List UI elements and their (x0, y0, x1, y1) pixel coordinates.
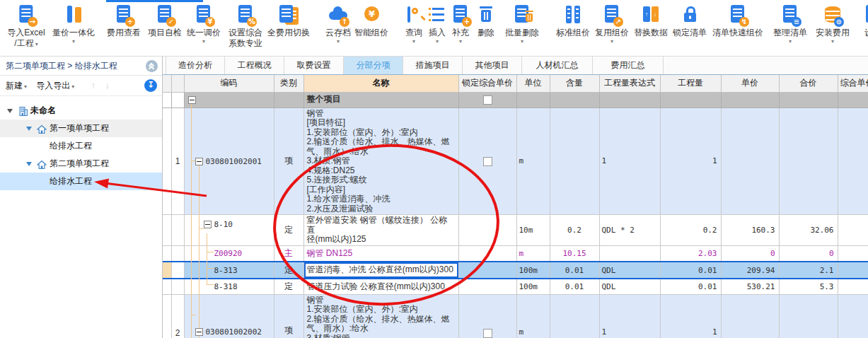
header-name[interactable]: 名称 (303, 75, 458, 92)
header-code[interactable]: 编码 (184, 75, 274, 92)
toolbar-item-import-excel[interactable]: → 导入Excel /工程▾ (7, 4, 45, 49)
table-row-8-10[interactable]: 8-10 定 室外管道安装 钢管（螺纹连接） 公称直 径(mm以内)125 10… (163, 215, 868, 246)
dropdown-caret: ▾ (505, 38, 539, 45)
header-combined-price[interactable]: 综合单价 (838, 75, 868, 92)
expand-download-button[interactable]: ↧ (144, 79, 157, 92)
row-indicator[interactable] (163, 279, 171, 294)
insert-icon (426, 4, 449, 25)
dropdown-caret: ▾ (325, 38, 351, 45)
row-indicator[interactable] (163, 92, 171, 107)
table-row-whole-project[interactable]: 整个项目 (163, 92, 868, 107)
tree-item-plumbing-2-selected[interactable]: 给排水工程 (0, 173, 162, 190)
move-down-button[interactable]: ↓ (105, 80, 110, 91)
toolbar-item-unified-price-adjust[interactable]: ¥ 统一调价 ▾ (187, 4, 221, 45)
header-content[interactable]: 含量 (550, 75, 599, 92)
header-expression[interactable]: 工程量表达式 (599, 75, 660, 92)
lock-checkbox[interactable] (483, 95, 492, 105)
toolbar-item-full-fee-switch[interactable]: 全费用切换 (267, 4, 310, 38)
toolbar-item-fee-view[interactable]: ÷ 费用查看 (107, 4, 141, 38)
tab-cost-analysis[interactable]: 造价分析 (166, 57, 225, 74)
toolbar-item-clipped[interactable]: 设置 (862, 4, 868, 38)
header-unit[interactable]: 单位 (516, 75, 550, 92)
expand-arrow-icon[interactable] (7, 109, 13, 113)
header-indicator (163, 75, 171, 92)
expand-arrow-icon[interactable] (26, 162, 32, 166)
full-fee-switch-icon (277, 4, 300, 25)
row-indicator[interactable] (163, 294, 171, 338)
table-row-z00920[interactable]: Z00920 主 钢管 DN125 m 10.15 2.03 0 0 (163, 245, 868, 262)
table-row-item-2[interactable]: 2 030801002002 项 钢管 1.安装部位（室内、外）:室内 2.输送… (163, 294, 868, 338)
toolbar-item-query[interactable]: 查询 ▾ (403, 4, 425, 45)
breadcrumb: 第二项单项工程 > 给排水工程 (0, 57, 162, 76)
toolbar-item-set-composite-coefficient[interactable]: % 设置综合 系数专业 (228, 4, 262, 49)
set-composite-coefficient-icon: % (234, 4, 257, 25)
project-sidebar: 第二项单项工程 > 给排水工程 新建▾ 导入导出▾ ↑ ↓ ↧ 未命名 (0, 57, 163, 338)
tree-item-plumbing-1[interactable]: 给排水工程 (0, 137, 162, 155)
collapse-box[interactable] (204, 221, 212, 228)
row-indicator[interactable] (163, 245, 171, 262)
supplement-icon: + (449, 4, 472, 25)
lock-checkbox[interactable] (483, 329, 492, 338)
sidebar-action-bar: 新建▾ 导入导出▾ ↑ ↓ ↧ (0, 76, 162, 96)
dropdown-caret: ▾ (449, 38, 472, 45)
toolbar-item-supplement[interactable]: + 补充 ▾ (449, 4, 472, 45)
toolbar-item-project-self-check[interactable]: ✓ 项目自检 (148, 4, 182, 38)
table-row-8-313-selected[interactable]: 8-313 定 管道消毒、冲洗 公称直径(mm以内)300 100m 0.01 … (163, 262, 868, 279)
toolbar-item-lock-bill[interactable]: 锁定清单 (673, 4, 707, 38)
header-quantity[interactable]: 工程量 (660, 75, 721, 92)
lock-checkbox[interactable] (483, 157, 492, 166)
new-button[interactable]: 新建 (6, 81, 23, 91)
row-indicator[interactable] (163, 215, 171, 246)
replace-data-icon: ↑↓ (640, 4, 662, 25)
tab-other-items[interactable]: 其他项目 (463, 57, 522, 74)
import-export-button[interactable]: 导入导出 (36, 81, 70, 91)
tree-item-unit-project-2[interactable]: 第二项单项工程 (0, 155, 162, 173)
tab-labor-material-machine-summary[interactable]: 人材机汇总 (522, 57, 593, 74)
tree-item-project-root[interactable]: 未命名 (0, 102, 162, 120)
row-indicator-current[interactable] (163, 262, 171, 279)
toolbar-item-delete[interactable]: 删除 (475, 4, 497, 38)
toolbar-item-install-fee[interactable]: ⊙ 安装费用 ▾ (816, 4, 850, 45)
quick-bill-pricing-icon: ↯ (727, 4, 749, 25)
toolbar-item-smart-pricing[interactable]: ¥ 智能组价 (354, 4, 388, 38)
toolbar-item-cloud-archive[interactable]: ↑ 云存档 ▾ (325, 4, 351, 45)
toolbar-item-replace-data[interactable]: ↑↓ 替换数据 (634, 4, 668, 38)
active-ribbon-tab-indicator (106, 0, 203, 2)
cost-estimating-app: → 导入Excel /工程▾ 量价一体化 ▾ ÷ 费用查看 ✓ 项目自检 ¥ 统… (0, 0, 868, 338)
tab-divisional-items[interactable]: 分部分项 (344, 57, 403, 74)
dropdown-caret: ▾ (595, 38, 629, 45)
project-self-check-icon: ✓ (154, 4, 176, 25)
tab-measure-items[interactable]: 措施项目 (403, 57, 463, 74)
toolbar-item-insert[interactable]: 插入 ▾ (426, 4, 449, 45)
collapse-box[interactable] (195, 328, 203, 336)
dropdown-caret: ▾ (71, 83, 74, 90)
tab-fee-summary[interactable]: 费用汇总 (593, 57, 664, 74)
toolbar-item-quick-bill-pricing[interactable]: ↯ 清单快速组价 (712, 4, 763, 38)
header-total[interactable]: 合价 (779, 75, 838, 92)
tab-project-overview[interactable]: 工程概况 (225, 57, 284, 74)
ribbon-toolbar: → 导入Excel /工程▾ 量价一体化 ▾ ÷ 费用查看 ✓ 项目自检 ¥ 统… (0, 0, 868, 57)
table-row-8-318[interactable]: 8-318 定 管道压力试验 公称直径(mm以内)300 100m 0.01 Q… (163, 279, 868, 294)
table-row-item-1[interactable]: 1 030801002001 项 钢管 [项目特征] 1.安装部位（室内、外）:… (163, 107, 868, 215)
collapse-box[interactable] (195, 158, 203, 165)
tab-fee-settings[interactable]: 取费设置 (284, 57, 344, 74)
collapse-sidebar-button[interactable] (146, 60, 158, 72)
batch-delete-icon (511, 4, 533, 25)
fee-view-icon: ÷ (112, 4, 135, 25)
toolbar-item-standard-pricing[interactable]: 标准组价 (556, 4, 590, 38)
header-lock[interactable]: 锁定综合单价 (458, 75, 516, 92)
toolbar-item-tidy-bill[interactable]: ≡ 整理清单 ▾ (773, 4, 807, 45)
name-cell-editor[interactable]: 管道消毒、冲洗 公称直径(mm以内)300 (303, 262, 458, 279)
header-unit-price[interactable]: 单价 (721, 75, 779, 92)
header-type[interactable]: 类别 (274, 75, 303, 92)
toolbar-item-reuse-pricing[interactable]: ↗ 复用组价 ▾ (595, 4, 629, 45)
move-up-button[interactable]: ↑ (91, 80, 96, 91)
toolbar-item-batch-delete[interactable]: 批量删除 ▾ (505, 4, 539, 45)
collapse-box[interactable] (188, 96, 196, 104)
dropdown-caret: ▾ (773, 38, 807, 45)
row-indicator[interactable] (163, 107, 171, 215)
unified-price-adjust-icon: ¥ (192, 4, 215, 25)
tree-item-unit-project-1[interactable]: 第一项单项工程 (0, 120, 162, 137)
expand-arrow-icon[interactable] (26, 127, 32, 131)
toolbar-item-quantity-price-integration[interactable]: 量价一体化 ▾ (52, 4, 95, 45)
